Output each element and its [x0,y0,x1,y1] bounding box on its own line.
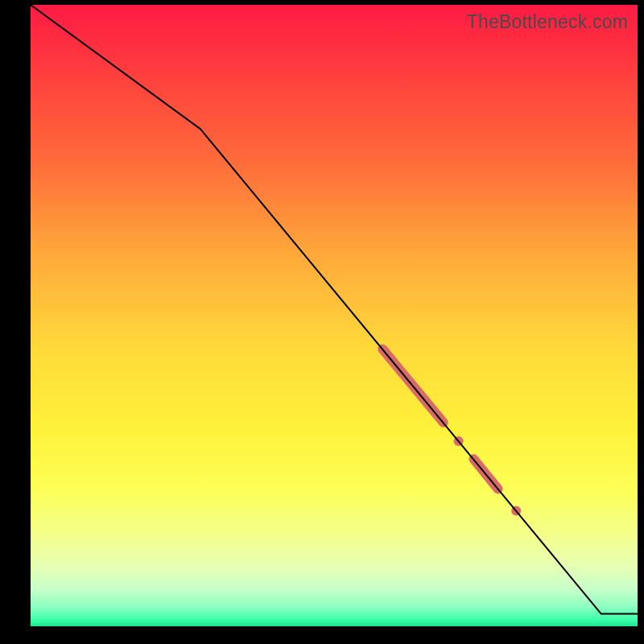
watermark-text: TheBottleneck.com [467,11,628,33]
line-plot [31,5,638,626]
chart-area: TheBottleneck.com [31,5,638,626]
main-curve [31,5,638,614]
